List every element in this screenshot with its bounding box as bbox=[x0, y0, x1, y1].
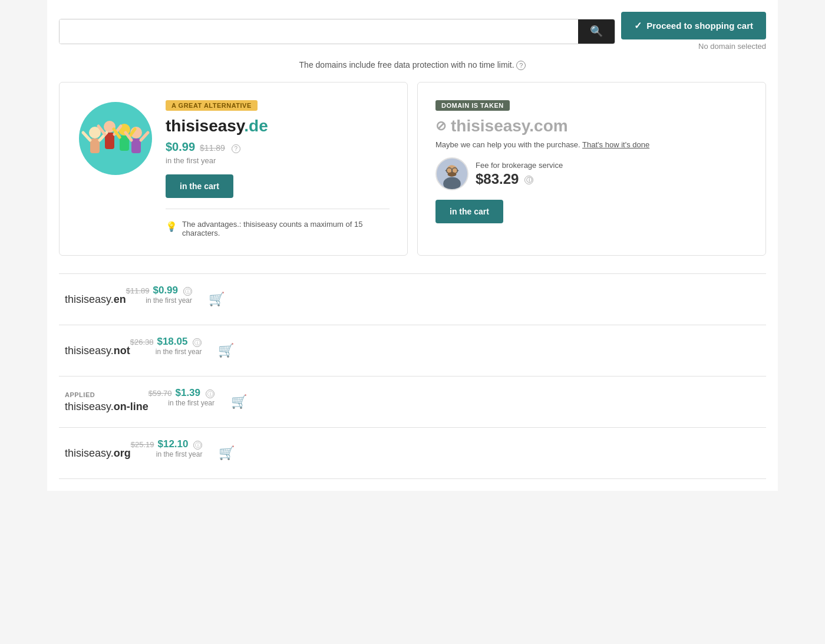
price-old: $11.89 bbox=[126, 286, 150, 295]
domain-row-price: $26.38 $18.05 ⓘ in the first year bbox=[130, 336, 202, 365]
taken-domain-name: ⊘ thisiseasy.com bbox=[435, 117, 748, 136]
broker-price-info-icon[interactable]: ⓘ bbox=[524, 176, 533, 184]
add-to-cart-icon-button[interactable]: 🛒 bbox=[226, 392, 252, 412]
no-domain-label: No domain selected bbox=[698, 42, 766, 51]
info-bar-text: The domains include free data protection… bbox=[299, 60, 514, 70]
bulb-icon: 💡 bbox=[166, 221, 177, 232]
price-old: $59.70 bbox=[148, 389, 172, 398]
alternative-domain-name: thisiseasy.de bbox=[166, 117, 390, 136]
domain-row-name: thisiseasy.en bbox=[65, 293, 126, 306]
alt-price-old: $11.89 bbox=[200, 143, 225, 153]
price-current: $0.99 bbox=[153, 285, 178, 296]
domain-base: thisiseasy bbox=[166, 117, 244, 135]
strike-icon: ⊘ bbox=[435, 118, 446, 134]
price-current: $1.39 bbox=[175, 387, 200, 399]
domain-list: thisiseasy.en $11.89 $0.99 ⓘ in the firs… bbox=[59, 273, 766, 479]
price-note: in the first year bbox=[148, 399, 214, 407]
alternative-domain-card: A GREAT ALTERNATIVE thisiseasy.de $0.99 … bbox=[59, 82, 408, 256]
price-info-icon[interactable]: ⓘ bbox=[193, 441, 202, 450]
add-to-cart-icon-button[interactable]: 🛒 bbox=[204, 289, 229, 309]
add-to-cart-icon-button[interactable]: 🛒 bbox=[214, 443, 239, 463]
svg-rect-6 bbox=[120, 136, 129, 151]
search-button[interactable]: 🔍 bbox=[578, 19, 615, 44]
price-old: $26.38 bbox=[130, 338, 154, 346]
price-current: $12.10 bbox=[157, 438, 188, 450]
broker-price: $83.29 ⓘ bbox=[476, 171, 563, 187]
search-icon: 🔍 bbox=[590, 25, 603, 37]
domain-row-status-label: APPLIED bbox=[65, 391, 148, 398]
help-link[interactable]: That's how it's done bbox=[582, 140, 649, 149]
domain-row: APPLIEDthisiseasy.on-line $59.70 $1.39 ⓘ… bbox=[59, 377, 766, 428]
broker-avatar bbox=[435, 157, 468, 190]
info-icon[interactable]: ? bbox=[516, 61, 526, 70]
checkmark-icon: ✓ bbox=[634, 20, 642, 31]
alt-price-note: in the first year bbox=[166, 156, 390, 165]
domain-row-name: thisiseasy.on-line bbox=[65, 401, 148, 413]
help-text: Maybe we can help you with the purchase. bbox=[435, 140, 580, 149]
price-note: in the first year bbox=[126, 296, 192, 305]
add-to-cart-icon-button[interactable]: 🛒 bbox=[213, 341, 239, 361]
domain-row-name: thisiseasy.org bbox=[65, 447, 131, 460]
price-info-icon[interactable]: ⓘ bbox=[206, 389, 214, 398]
price-current: $18.05 bbox=[157, 336, 187, 348]
price-note: in the first year bbox=[130, 348, 202, 356]
price-info-icon[interactable]: ⓘ bbox=[183, 287, 192, 296]
broker-fee-label: Fee for brokerage service bbox=[476, 161, 563, 170]
taken-domain-card: DOMAIN IS TAKEN ⊘ thisiseasy.com Maybe w… bbox=[417, 82, 766, 256]
advantage-text: The advantages.: thisiseasy counts a max… bbox=[182, 220, 390, 237]
proceed-label: Proceed to shopping cart bbox=[646, 21, 753, 31]
domain-row-name: thisiseasy.not bbox=[65, 345, 130, 357]
alt-price-current: $0.99 bbox=[166, 140, 195, 154]
domain-tld: .de bbox=[244, 117, 268, 135]
domain-row: thisiseasy.en $11.89 $0.99 ⓘ in the firs… bbox=[59, 274, 766, 325]
alternative-badge: A GREAT ALTERNATIVE bbox=[166, 100, 258, 111]
domain-row: thisiseasy.org $25.19 $12.10 ⓘ in the fi… bbox=[59, 428, 766, 479]
domain-row: thisiseasy.not $26.38 $18.05 ⓘ in the fi… bbox=[59, 325, 766, 377]
price-old: $25.19 bbox=[131, 440, 154, 449]
price-note: in the first year bbox=[131, 450, 203, 458]
taken-add-to-cart-button[interactable]: in the cart bbox=[435, 200, 503, 223]
alt-price-info-icon[interactable]: ? bbox=[232, 144, 240, 153]
svg-rect-8 bbox=[131, 138, 141, 153]
taken-badge: DOMAIN IS TAKEN bbox=[435, 100, 510, 111]
alt-add-to-cart-button[interactable]: in the cart bbox=[166, 174, 233, 198]
proceed-to-cart-button[interactable]: ✓ Proceed to shopping cart bbox=[621, 12, 766, 39]
illustration bbox=[77, 100, 154, 177]
search-input[interactable]: thisiseasy.com bbox=[60, 19, 578, 44]
svg-point-25 bbox=[448, 173, 457, 177]
svg-rect-2 bbox=[90, 138, 100, 153]
price-info-icon[interactable]: ⓘ bbox=[193, 338, 202, 347]
domain-row-price: $25.19 $12.10 ⓘ in the first year bbox=[131, 438, 203, 468]
domain-row-price: $11.89 $0.99 ⓘ in the first year bbox=[126, 285, 192, 314]
domain-row-price: $59.70 $1.39 ⓘ in the first year bbox=[148, 387, 214, 417]
